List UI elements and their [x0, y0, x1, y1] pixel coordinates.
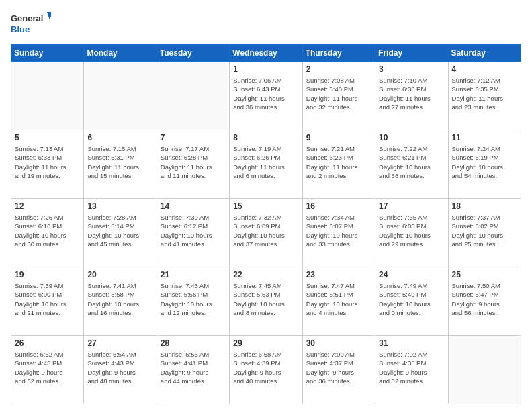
cell-text: Sunrise: 7:49 AM Sunset: 5:49 PM Dayligh…: [379, 281, 444, 317]
calendar-row-2: 12Sunrise: 7:26 AM Sunset: 6:16 PM Dayli…: [11, 199, 521, 267]
day-number: 30: [306, 338, 371, 348]
calendar-row-1: 5Sunrise: 7:13 AM Sunset: 6:33 PM Daylig…: [11, 130, 521, 199]
cell-text: Sunrise: 7:43 AM Sunset: 5:56 PM Dayligh…: [161, 281, 226, 317]
calendar-cell: 15Sunrise: 7:32 AM Sunset: 6:09 PM Dayli…: [230, 199, 302, 267]
weekday-header-row: SundayMondayTuesdayWednesdayThursdayFrid…: [11, 45, 521, 62]
day-number: 26: [15, 338, 80, 348]
day-number: 31: [379, 338, 444, 348]
cell-text: Sunrise: 7:39 AM Sunset: 6:00 PM Dayligh…: [15, 281, 80, 317]
svg-marker-2: [47, 12, 51, 20]
day-number: 5: [15, 133, 80, 142]
day-number: 17: [379, 201, 444, 211]
day-number: 18: [452, 201, 517, 211]
calendar-cell: 19Sunrise: 7:39 AM Sunset: 6:00 PM Dayli…: [11, 267, 84, 336]
day-number: 14: [161, 201, 226, 211]
day-number: 7: [161, 133, 226, 142]
cell-text: Sunrise: 7:06 AM Sunset: 6:43 PM Dayligh…: [233, 76, 298, 111]
day-number: 9: [306, 133, 371, 142]
cell-text: Sunrise: 7:12 AM Sunset: 6:35 PM Dayligh…: [452, 76, 517, 111]
calendar-cell: 20Sunrise: 7:41 AM Sunset: 5:58 PM Dayli…: [84, 267, 157, 336]
day-number: 28: [161, 338, 226, 348]
cell-text: Sunrise: 7:24 AM Sunset: 6:19 PM Dayligh…: [452, 144, 517, 180]
calendar-cell: 27Sunrise: 6:54 AM Sunset: 4:43 PM Dayli…: [84, 336, 157, 404]
day-number: 25: [452, 270, 517, 279]
calendar-cell: 11Sunrise: 7:24 AM Sunset: 6:19 PM Dayli…: [448, 130, 521, 199]
day-number: 16: [306, 201, 371, 211]
calendar-cell: 2Sunrise: 7:08 AM Sunset: 6:40 PM Daylig…: [302, 62, 375, 130]
calendar-cell: 26Sunrise: 6:52 AM Sunset: 4:45 PM Dayli…: [11, 336, 84, 404]
calendar-cell: 14Sunrise: 7:30 AM Sunset: 6:12 PM Dayli…: [157, 199, 229, 267]
cell-text: Sunrise: 7:45 AM Sunset: 5:53 PM Dayligh…: [233, 281, 298, 317]
day-number: 2: [306, 64, 371, 74]
day-number: 3: [379, 64, 444, 74]
calendar-cell: 16Sunrise: 7:34 AM Sunset: 6:07 PM Dayli…: [302, 199, 375, 267]
cell-text: Sunrise: 7:21 AM Sunset: 6:23 PM Dayligh…: [306, 144, 371, 180]
weekday-header-tuesday: Tuesday: [157, 45, 229, 62]
calendar-cell: 28Sunrise: 6:56 AM Sunset: 4:41 PM Dayli…: [157, 336, 229, 404]
logo-svg: General Blue: [11, 11, 51, 38]
cell-text: Sunrise: 7:50 AM Sunset: 5:47 PM Dayligh…: [452, 281, 517, 317]
cell-text: Sunrise: 7:32 AM Sunset: 6:09 PM Dayligh…: [233, 213, 298, 248]
day-number: 29: [233, 338, 298, 348]
calendar-cell: 22Sunrise: 7:45 AM Sunset: 5:53 PM Dayli…: [230, 267, 302, 336]
svg-text:Blue: Blue: [11, 24, 30, 34]
calendar-cell: 7Sunrise: 7:17 AM Sunset: 6:28 PM Daylig…: [157, 130, 229, 199]
cell-text: Sunrise: 7:08 AM Sunset: 6:40 PM Dayligh…: [306, 76, 371, 111]
calendar-cell: 23Sunrise: 7:47 AM Sunset: 5:51 PM Dayli…: [302, 267, 375, 336]
calendar-cell: 30Sunrise: 7:00 AM Sunset: 4:37 PM Dayli…: [302, 336, 375, 404]
day-number: 22: [233, 270, 298, 279]
cell-text: Sunrise: 7:17 AM Sunset: 6:28 PM Dayligh…: [161, 144, 226, 180]
day-number: 24: [379, 270, 444, 279]
day-number: 10: [379, 133, 444, 142]
calendar-cell: 8Sunrise: 7:19 AM Sunset: 6:26 PM Daylig…: [230, 130, 302, 199]
cell-text: Sunrise: 6:54 AM Sunset: 4:43 PM Dayligh…: [87, 350, 152, 385]
day-number: 20: [87, 270, 152, 279]
day-number: 8: [233, 133, 298, 142]
calendar-page: General Blue SundayMondayTuesdayWednesda…: [0, 0, 532, 411]
calendar-cell: 29Sunrise: 6:58 AM Sunset: 4:39 PM Dayli…: [230, 336, 302, 404]
calendar-cell: 25Sunrise: 7:50 AM Sunset: 5:47 PM Dayli…: [448, 267, 521, 336]
calendar-cell: 6Sunrise: 7:15 AM Sunset: 6:31 PM Daylig…: [84, 130, 157, 199]
day-number: 15: [233, 201, 298, 211]
cell-text: Sunrise: 7:22 AM Sunset: 6:21 PM Dayligh…: [379, 144, 444, 180]
day-number: 21: [161, 270, 226, 279]
calendar-cell: [84, 62, 157, 130]
calendar-cell: 3Sunrise: 7:10 AM Sunset: 6:38 PM Daylig…: [375, 62, 448, 130]
cell-text: Sunrise: 7:15 AM Sunset: 6:31 PM Dayligh…: [87, 144, 152, 180]
page-header: General Blue: [11, 11, 521, 38]
calendar-cell: 24Sunrise: 7:49 AM Sunset: 5:49 PM Dayli…: [375, 267, 448, 336]
day-number: 23: [306, 270, 371, 279]
calendar-cell: 9Sunrise: 7:21 AM Sunset: 6:23 PM Daylig…: [302, 130, 375, 199]
day-number: 11: [452, 133, 517, 142]
cell-text: Sunrise: 7:47 AM Sunset: 5:51 PM Dayligh…: [306, 281, 371, 317]
calendar-cell: 31Sunrise: 7:02 AM Sunset: 4:35 PM Dayli…: [375, 336, 448, 404]
cell-text: Sunrise: 6:52 AM Sunset: 4:45 PM Dayligh…: [15, 350, 80, 385]
day-number: 12: [15, 201, 80, 211]
calendar-cell: 10Sunrise: 7:22 AM Sunset: 6:21 PM Dayli…: [375, 130, 448, 199]
cell-text: Sunrise: 7:37 AM Sunset: 6:02 PM Dayligh…: [452, 213, 517, 248]
calendar-table: SundayMondayTuesdayWednesdayThursdayFrid…: [11, 44, 521, 404]
cell-text: Sunrise: 7:26 AM Sunset: 6:16 PM Dayligh…: [15, 213, 80, 248]
calendar-row-3: 19Sunrise: 7:39 AM Sunset: 6:00 PM Dayli…: [11, 267, 521, 336]
calendar-cell: 1Sunrise: 7:06 AM Sunset: 6:43 PM Daylig…: [230, 62, 302, 130]
calendar-cell: 5Sunrise: 7:13 AM Sunset: 6:33 PM Daylig…: [11, 130, 84, 199]
calendar-cell: [11, 62, 84, 130]
day-number: 19: [15, 270, 80, 279]
cell-text: Sunrise: 6:56 AM Sunset: 4:41 PM Dayligh…: [161, 350, 226, 385]
day-number: 27: [87, 338, 152, 348]
day-number: 4: [452, 64, 517, 74]
calendar-cell: 17Sunrise: 7:35 AM Sunset: 6:05 PM Dayli…: [375, 199, 448, 267]
cell-text: Sunrise: 7:02 AM Sunset: 4:35 PM Dayligh…: [379, 350, 444, 385]
weekday-header-saturday: Saturday: [448, 45, 521, 62]
calendar-cell: 13Sunrise: 7:28 AM Sunset: 6:14 PM Dayli…: [84, 199, 157, 267]
day-number: 1: [233, 64, 298, 74]
cell-text: Sunrise: 7:34 AM Sunset: 6:07 PM Dayligh…: [306, 213, 371, 248]
cell-text: Sunrise: 7:41 AM Sunset: 5:58 PM Dayligh…: [87, 281, 152, 317]
logo: General Blue: [11, 11, 51, 38]
calendar-row-0: 1Sunrise: 7:06 AM Sunset: 6:43 PM Daylig…: [11, 62, 521, 130]
weekday-header-sunday: Sunday: [11, 45, 84, 62]
calendar-cell: 12Sunrise: 7:26 AM Sunset: 6:16 PM Dayli…: [11, 199, 84, 267]
weekday-header-thursday: Thursday: [302, 45, 375, 62]
weekday-header-monday: Monday: [84, 45, 157, 62]
calendar-cell: 21Sunrise: 7:43 AM Sunset: 5:56 PM Dayli…: [157, 267, 229, 336]
